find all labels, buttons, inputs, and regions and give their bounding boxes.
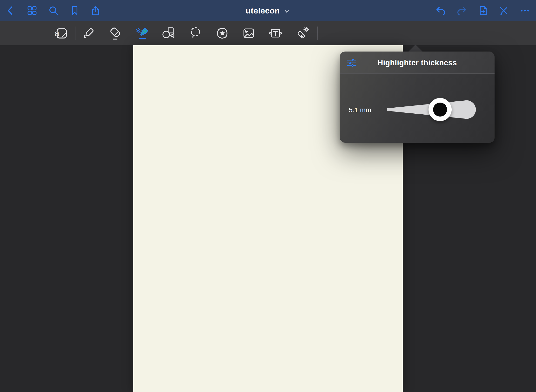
thickness-slider[interactable] xyxy=(387,98,478,122)
tool-pen[interactable] xyxy=(79,21,98,45)
tool-pointer[interactable] xyxy=(293,21,312,45)
stop-editing-button[interactable] xyxy=(496,0,511,21)
tool-bar: a xyxy=(0,21,536,45)
notebook-title: utelecon xyxy=(246,6,280,15)
lasso-icon xyxy=(189,26,203,40)
add-page-button[interactable] xyxy=(476,0,491,21)
eraser-icon xyxy=(108,26,122,40)
undo-button[interactable] xyxy=(433,0,448,21)
goodnotes-app: utelecon a xyxy=(0,0,536,392)
tool-lasso[interactable] xyxy=(187,21,205,45)
slider-knob[interactable] xyxy=(429,98,452,121)
tool-text[interactable] xyxy=(266,21,285,45)
popup-header: Highlighter thickness xyxy=(340,52,495,74)
tool-image[interactable] xyxy=(240,21,258,45)
chevron-down-icon xyxy=(283,8,290,15)
tool-shapes[interactable] xyxy=(159,21,178,45)
sticker-star-icon xyxy=(215,26,229,40)
highlighter-thickness-popup: Highlighter thickness 5.1 mm xyxy=(340,52,495,143)
text-icon xyxy=(268,26,282,40)
tool-eraser[interactable] xyxy=(106,21,125,45)
ellipsis-icon xyxy=(519,5,530,16)
more-button[interactable] xyxy=(517,0,533,21)
bluetooth-icon xyxy=(136,28,140,33)
toolbar-separator xyxy=(75,26,75,40)
thickness-value-label: 5.1 mm xyxy=(349,105,371,115)
tool-highlighter[interactable] xyxy=(133,21,151,45)
photo-icon xyxy=(242,26,256,40)
tool-zoom-window[interactable]: a xyxy=(52,21,70,45)
highlighter-icon xyxy=(135,26,149,40)
shapes-icon xyxy=(161,26,175,40)
zoom-window-icon: a xyxy=(54,26,68,40)
svg-text:a: a xyxy=(54,28,59,38)
toolbar-separator xyxy=(317,26,318,40)
undo-icon xyxy=(435,5,446,16)
tool-elements[interactable] xyxy=(213,21,231,45)
new-page-icon xyxy=(478,5,489,16)
crossed-pencil-icon xyxy=(498,5,509,16)
slider-knob-dot xyxy=(433,103,447,117)
pen-icon xyxy=(81,26,95,40)
redo-icon xyxy=(456,5,468,16)
laser-pointer-icon xyxy=(295,26,309,40)
nav-bar: utelecon xyxy=(0,0,536,21)
redo-button[interactable] xyxy=(454,0,470,21)
popup-title: Highlighter thickness xyxy=(340,52,495,74)
